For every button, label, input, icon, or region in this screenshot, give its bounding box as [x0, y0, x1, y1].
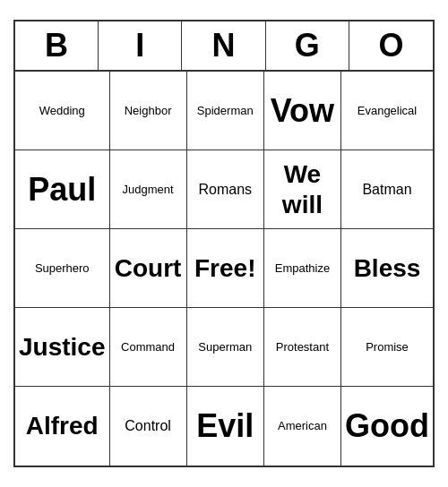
cell-label: Control [125, 417, 171, 434]
bingo-cell[interactable]: Court [110, 229, 187, 308]
bingo-cell[interactable]: Judgment [110, 150, 187, 229]
bingo-header: BINGO [15, 21, 433, 72]
cell-label: American [278, 419, 327, 433]
bingo-cell[interactable]: Evil [187, 387, 264, 466]
bingo-cell[interactable]: Promise [341, 308, 433, 387]
cell-label: Batman [362, 181, 411, 198]
cell-label: Paul [28, 170, 96, 209]
bingo-cell[interactable]: Empathize [264, 229, 341, 308]
cell-label: Protestant [276, 340, 329, 355]
bingo-cell[interactable]: Romans [187, 150, 264, 229]
bingo-cell[interactable]: Control [110, 387, 187, 466]
bingo-cell[interactable]: Free! [187, 229, 264, 308]
bingo-card: BINGO WeddingNeighborSpidermanVowEvangel… [13, 20, 435, 467]
cell-label: Wedding [39, 104, 85, 118]
bingo-cell[interactable]: Superhero [15, 229, 110, 308]
bingo-cell[interactable]: Batman [341, 150, 433, 229]
bingo-cell[interactable]: Paul [15, 150, 110, 229]
cell-label: Vow [271, 91, 334, 130]
bingo-cell[interactable]: Justice [15, 308, 110, 387]
header-letter: B [15, 21, 99, 70]
bingo-cell[interactable]: Superman [187, 308, 264, 387]
cell-label: Judgment [123, 183, 174, 197]
cell-label: Promise [366, 340, 409, 355]
bingo-cell[interactable]: Vow [264, 72, 341, 150]
bingo-cell[interactable]: Wedding [15, 72, 110, 150]
cell-label: Alfred [26, 411, 99, 441]
cell-label: We will [268, 159, 337, 219]
cell-label: Empathize [275, 261, 330, 276]
bingo-grid: WeddingNeighborSpidermanVowEvangelicalPa… [15, 72, 433, 466]
cell-label: Command [121, 340, 175, 355]
cell-label: Bless [354, 253, 421, 284]
bingo-cell[interactable]: Alfred [15, 387, 110, 466]
header-letter: O [349, 21, 433, 70]
cell-label: Good [345, 406, 429, 445]
header-letter: G [266, 21, 349, 70]
cell-label: Court [115, 253, 182, 284]
bingo-cell[interactable]: Evangelical [341, 72, 433, 150]
cell-label: Neighbor [125, 104, 172, 118]
bingo-cell[interactable]: Spiderman [187, 72, 264, 150]
bingo-cell[interactable]: We will [264, 150, 341, 229]
bingo-cell[interactable]: Command [110, 308, 187, 387]
bingo-cell[interactable]: Bless [341, 229, 433, 308]
cell-label: Free! [194, 253, 255, 284]
bingo-cell[interactable]: Protestant [264, 308, 341, 387]
cell-label: Evangelical [358, 104, 418, 118]
bingo-cell[interactable]: Good [341, 387, 433, 466]
header-letter: N [182, 21, 265, 70]
bingo-cell[interactable]: American [264, 387, 341, 466]
bingo-cell[interactable]: Neighbor [110, 72, 187, 150]
cell-label: Superhero [35, 261, 90, 276]
cell-label: Superman [198, 340, 252, 355]
header-letter: I [99, 21, 182, 70]
cell-label: Romans [198, 181, 252, 198]
cell-label: Evil [196, 406, 254, 445]
cell-label: Spiderman [197, 104, 254, 118]
cell-label: Justice [19, 332, 106, 363]
